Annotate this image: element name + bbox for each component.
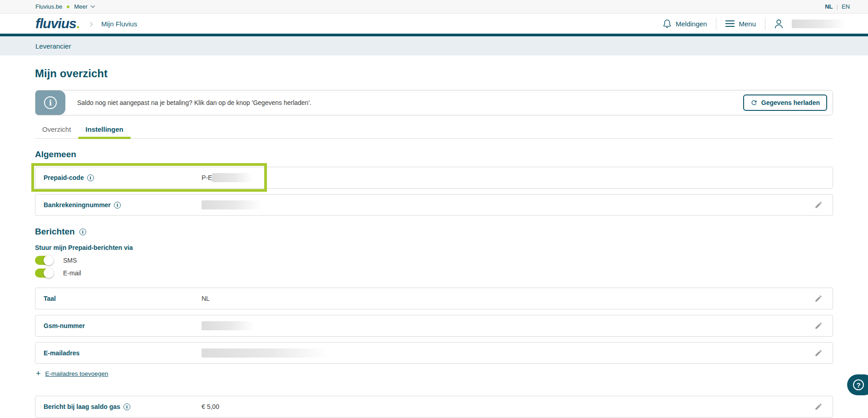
reload-data-button[interactable]: Gegevens herladen xyxy=(743,95,827,111)
prepaid-code-redacted xyxy=(212,173,253,182)
language-value: NL xyxy=(202,295,210,302)
info-banner: i Saldo nog niet aangepast na je betalin… xyxy=(35,90,833,115)
email-redacted xyxy=(202,348,328,358)
edit-low-balance-button[interactable] xyxy=(814,403,823,411)
prepaid-code-value-text: P-E xyxy=(202,174,212,181)
email-toggle-label: E-mail xyxy=(63,269,81,277)
account-name-redacted xyxy=(792,20,845,28)
fluvius-site-link[interactable]: Fluvius.be xyxy=(35,3,62,10)
info-icon[interactable]: i xyxy=(79,229,86,235)
email-value xyxy=(202,348,328,358)
logo-text: fluvius xyxy=(35,16,76,31)
info-banner-icon-panel: i xyxy=(35,90,65,115)
pencil-icon xyxy=(814,349,823,357)
language-switcher: NL | EN xyxy=(825,3,850,10)
prepaid-messages-subtitle: Stuur mijn Prepaid-berichten via xyxy=(35,244,833,251)
language-label-group: Taal xyxy=(35,295,202,302)
notifications-label: Meldingen xyxy=(676,20,707,28)
prepaid-row-wrapper: Prepaid-code i P-E xyxy=(35,167,833,189)
breadcrumb[interactable]: Mijn Fluvius xyxy=(101,20,137,28)
notifications-button[interactable]: Meldingen xyxy=(654,19,716,29)
pencil-icon xyxy=(814,294,823,303)
gsm-value xyxy=(202,321,254,330)
tab-instellingen[interactable]: Instellingen xyxy=(78,123,130,138)
plus-icon: + xyxy=(36,369,41,378)
menu-label: Menu xyxy=(739,20,756,28)
fluvius-logo[interactable]: fluvius. xyxy=(35,17,79,30)
low-balance-label-group: Bericht bij laag saldo gas i xyxy=(35,403,202,410)
prepaid-code-label-group: Prepaid-code i xyxy=(35,174,202,181)
row-gsm-number: Gsm-nummer xyxy=(35,315,833,337)
section-title-algemeen: Algemeen xyxy=(35,149,833,159)
lang-separator: | xyxy=(837,3,838,10)
meer-menu[interactable]: Meer xyxy=(74,3,95,10)
chevron-right-icon: › xyxy=(89,18,93,29)
row-language: Taal NL xyxy=(35,288,833,309)
pencil-icon xyxy=(814,403,823,411)
account-button[interactable] xyxy=(765,19,854,29)
lang-nl[interactable]: NL xyxy=(825,3,833,10)
refresh-icon xyxy=(750,99,758,106)
sms-toggle[interactable] xyxy=(35,256,52,265)
page-title: Mijn overzicht xyxy=(35,67,833,80)
bank-account-redacted xyxy=(202,200,261,209)
info-banner-message: Saldo nog niet aangepast na je betaling?… xyxy=(77,99,311,106)
dot-separator xyxy=(67,5,69,8)
row-low-balance-gas: Bericht bij laag saldo gas i € 5,00 xyxy=(35,396,833,418)
help-button[interactable]: ? xyxy=(847,374,868,395)
edit-gsm-button[interactable] xyxy=(814,322,823,330)
toggle-row-sms: SMS xyxy=(35,256,833,265)
reload-button-label: Gegevens herladen xyxy=(761,99,820,106)
add-email-link[interactable]: E-mailadres toevoegen xyxy=(45,370,108,377)
pencil-icon xyxy=(814,322,823,330)
prepaid-code-value: P-E xyxy=(202,173,253,182)
chevron-down-icon xyxy=(90,5,95,8)
info-icon[interactable]: i xyxy=(87,174,94,181)
info-icon[interactable]: i xyxy=(123,403,130,410)
main-header: fluvius. › Mijn Fluvius Meldingen Menu xyxy=(0,14,868,36)
menu-button[interactable]: Menu xyxy=(716,20,765,28)
person-icon xyxy=(774,19,783,29)
edit-bank-account-button[interactable] xyxy=(814,201,823,209)
low-balance-label: Bericht bij laag saldo gas xyxy=(44,403,120,410)
lang-en[interactable]: EN xyxy=(842,3,850,10)
message-channel-toggles: SMS E-mail xyxy=(35,256,833,278)
low-balance-value: € 5,00 xyxy=(202,403,219,410)
header-actions: Meldingen Menu xyxy=(654,17,854,30)
prepaid-code-label: Prepaid-code xyxy=(44,174,84,181)
email-label: E-mailadres xyxy=(44,349,79,357)
gsm-label-group: Gsm-nummer xyxy=(35,322,202,329)
language-label: Taal xyxy=(44,295,56,302)
main-content: Mijn overzicht i Saldo nog niet aangepas… xyxy=(0,67,868,418)
berichten-title: Berichten xyxy=(35,227,75,237)
tab-bar: Overzicht Instellingen xyxy=(35,123,833,139)
row-prepaid-code: Prepaid-code i P-E xyxy=(35,167,833,189)
add-email-link-row[interactable]: + E-mailadres toevoegen xyxy=(36,369,833,378)
bank-account-value xyxy=(202,200,261,209)
toggle-knob xyxy=(44,268,54,278)
logo-dot: . xyxy=(76,16,79,31)
row-email-address: E-mailadres xyxy=(35,342,833,364)
info-icon: i xyxy=(44,96,57,109)
supplier-label: Leverancier xyxy=(35,42,71,50)
gsm-redacted xyxy=(202,321,254,330)
toggle-knob xyxy=(44,255,54,265)
tab-overzicht[interactable]: Overzicht xyxy=(35,123,78,138)
section-title-berichten: Berichten i xyxy=(35,227,833,237)
email-toggle[interactable] xyxy=(35,269,52,278)
edit-email-button[interactable] xyxy=(814,349,823,357)
edit-language-button[interactable] xyxy=(814,294,823,303)
toggle-row-email: E-mail xyxy=(35,269,833,278)
bell-icon xyxy=(663,19,671,29)
email-label-group: E-mailadres xyxy=(35,349,202,357)
meer-label: Meer xyxy=(74,3,88,10)
info-icon[interactable]: i xyxy=(114,202,121,209)
utility-left: Fluvius.be Meer xyxy=(35,3,95,10)
bank-account-label-group: Bankrekeningnummer i xyxy=(35,201,202,209)
sms-toggle-label: SMS xyxy=(63,257,77,264)
bank-account-label: Bankrekeningnummer xyxy=(44,201,111,209)
question-icon: ? xyxy=(853,379,864,390)
gsm-label: Gsm-nummer xyxy=(44,322,85,329)
row-bank-account: Bankrekeningnummer i xyxy=(35,194,833,216)
supplier-bar: Leverancier xyxy=(0,36,868,55)
